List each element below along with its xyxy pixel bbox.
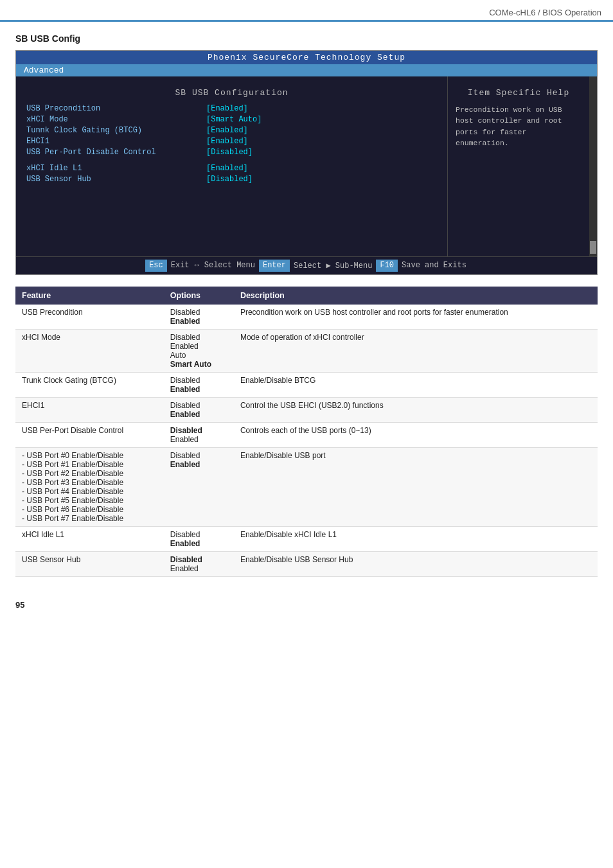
bios-menu-bar: Advanced <box>16 64 597 76</box>
bios-body: SB USB Configuration USB Precondition [E… <box>16 76 597 256</box>
col-feature: Feature <box>15 287 164 305</box>
table-row: USB Sensor Hub DisabledEnabled Enable/Di… <box>15 552 598 577</box>
bios-key-f10[interactable]: F10 <box>376 260 398 272</box>
options-xhci-idle: DisabledEnabled <box>164 527 234 552</box>
options-ehci1: DisabledEnabled <box>164 398 234 423</box>
table-row: - USB Port #0 Enable/Disable - USB Port … <box>15 448 598 527</box>
bios-footer-save: Save and Exits <box>399 260 469 272</box>
col-options: Options <box>164 287 234 305</box>
page-header: COMe-cHL6 / BIOS Operation <box>0 0 613 22</box>
bios-item-value: [Enabled] <box>206 126 248 135</box>
bios-item-value: [Enabled] <box>206 104 248 113</box>
table-row: USB Precondition DisabledEnabled Precond… <box>15 305 598 330</box>
options-trunk-clock: DisabledEnabled <box>164 373 234 398</box>
feature-ehci1: EHCI1 <box>15 398 164 423</box>
bios-item-value: [Enabled] <box>206 164 248 173</box>
bios-item-label: USB Precondition <box>26 104 206 113</box>
bios-item-label: xHCI Mode <box>26 115 206 124</box>
section-title: SB USB Config <box>0 22 613 50</box>
feature-usb-per-port: USB Per-Port Disable Control <box>15 423 164 448</box>
bios-item-ehci1[interactable]: EHCI1 [Enabled] <box>26 137 437 146</box>
desc-usb-per-port: Controls each of the USB ports (0~13) <box>234 423 598 448</box>
table-row: xHCI Idle L1 DisabledEnabled Enable/Disa… <box>15 527 598 552</box>
bios-footer: Esc Exit ↔ Select Menu Enter Select ▶ Su… <box>16 256 597 274</box>
desc-ehci1: Control the USB EHCI (USB2.0) functions <box>234 398 598 423</box>
bios-screen: Phoenix SecureCore Technology Setup Adva… <box>15 50 598 275</box>
header-title: COMe-cHL6 / BIOS Operation <box>489 8 601 17</box>
bios-item-xhci-mode[interactable]: xHCI Mode [Smart Auto] <box>26 115 437 124</box>
bios-item-label: Tunnk Clock Gating (BTCG) <box>26 126 206 135</box>
bios-item-value: [Enabled] <box>206 137 248 146</box>
table-row: Trunk Clock Gating (BTCG) DisabledEnable… <box>15 373 598 398</box>
bios-main-header: SB USB Configuration <box>26 85 437 104</box>
bios-item-label: EHCI1 <box>26 137 206 146</box>
feature-table-section: Feature Options Description USB Precondi… <box>15 287 598 577</box>
feature-trunk-clock: Trunk Clock Gating (BTCG) <box>15 373 164 398</box>
bios-item-tunnk-clock[interactable]: Tunnk Clock Gating (BTCG) [Enabled] <box>26 126 437 135</box>
bios-item-usb-sensor-hub[interactable]: USB Sensor Hub [Disabled] <box>26 175 437 184</box>
bios-item-value: [Disabled] <box>206 175 253 184</box>
page-number: 95 <box>0 592 613 617</box>
table-row: EHCI1 DisabledEnabled Control the USB EH… <box>15 398 598 423</box>
feature-xhci-idle: xHCI Idle L1 <box>15 527 164 552</box>
feature-usb-ports: - USB Port #0 Enable/Disable - USB Port … <box>15 448 164 527</box>
bios-help-text: Precondition work on USB host controller… <box>456 104 582 148</box>
bios-key-enter[interactable]: Enter <box>259 260 290 272</box>
bios-item-usb-precondition[interactable]: USB Precondition [Enabled] <box>26 104 437 113</box>
bios-item-label: USB Per-Port Disable Control <box>26 148 206 157</box>
bios-item-usb-per-port[interactable]: USB Per-Port Disable Control [Disabled] <box>26 148 437 157</box>
bios-title-bar: Phoenix SecureCore Technology Setup <box>16 51 597 64</box>
bios-footer-select: Select ▶ Sub-Menu <box>291 260 375 272</box>
feature-usb-sensor-hub: USB Sensor Hub <box>15 552 164 577</box>
desc-xhci-idle: Enable/Disable xHCI Idle L1 <box>234 527 598 552</box>
feature-xhci-mode: xHCI Mode <box>15 330 164 373</box>
table-row: xHCI Mode DisabledEnabledAutoSmart Auto … <box>15 330 598 373</box>
bios-scrollbar[interactable] <box>589 76 597 256</box>
desc-usb-ports: Enable/Disable USB port <box>234 448 598 527</box>
bios-help-panel: Item Specific Help Precondition work on … <box>448 76 589 256</box>
desc-xhci-mode: Mode of operation of xHCI controller <box>234 330 598 373</box>
options-usb-precondition: DisabledEnabled <box>164 305 234 330</box>
bios-item-value: [Disabled] <box>206 148 253 157</box>
bios-scrollbar-thumb <box>590 241 596 254</box>
options-usb-ports: DisabledEnabled <box>164 448 234 527</box>
bios-footer-arrow: ↔ <box>192 260 202 272</box>
desc-trunk-clock: Enable/Disable BTCG <box>234 373 598 398</box>
bios-item-label: USB Sensor Hub <box>26 175 206 184</box>
bios-main: SB USB Configuration USB Precondition [E… <box>16 76 448 256</box>
col-description: Description <box>234 287 598 305</box>
bios-key-esc[interactable]: Esc <box>145 260 167 272</box>
desc-usb-precondition: Precondition work on USB host controller… <box>234 305 598 330</box>
options-usb-sensor-hub: DisabledEnabled <box>164 552 234 577</box>
table-header-row: Feature Options Description <box>15 287 598 305</box>
options-xhci-mode: DisabledEnabledAutoSmart Auto <box>164 330 234 373</box>
bios-help-header: Item Specific Help <box>456 85 582 104</box>
table-row: USB Per-Port Disable Control DisabledEna… <box>15 423 598 448</box>
bios-item-xhci-idle[interactable]: xHCI Idle L1 [Enabled] <box>26 164 437 173</box>
feature-usb-precondition: USB Precondition <box>15 305 164 330</box>
bios-footer-exit: Exit <box>168 260 192 272</box>
options-usb-per-port: DisabledEnabled <box>164 423 234 448</box>
bios-item-label: xHCI Idle L1 <box>26 164 206 173</box>
feature-table: Feature Options Description USB Precondi… <box>15 287 598 577</box>
bios-menu-tab[interactable]: Advanced <box>24 66 64 75</box>
desc-usb-sensor-hub: Enable/Disable USB Sensor Hub <box>234 552 598 577</box>
bios-footer-select-menu: Select Menu <box>202 260 258 272</box>
bios-item-value: [Smart Auto] <box>206 115 262 124</box>
